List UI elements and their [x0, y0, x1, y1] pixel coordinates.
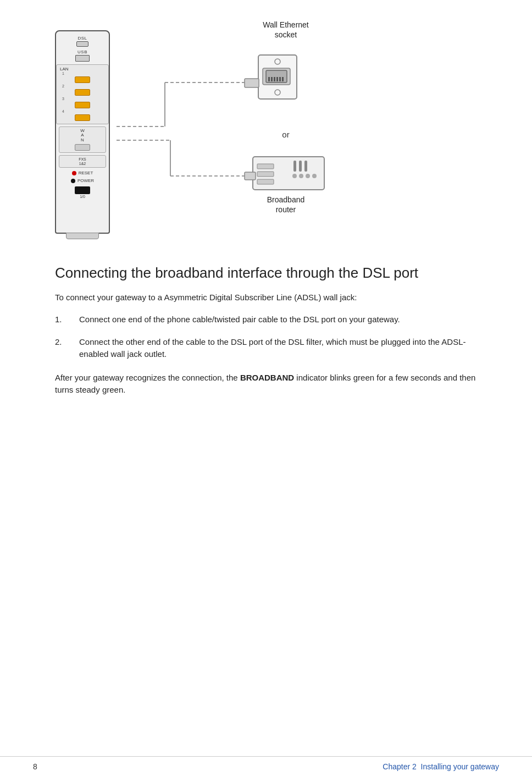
footer: 8 Chapter 2 Installing your gateway — [0, 756, 532, 771]
step-1: 1. Connect one end of the phone cable/tw… — [55, 313, 477, 326]
svg-rect-20 — [257, 179, 274, 184]
intro-text: To connect your gateway to a Asymmetric … — [55, 291, 477, 304]
or-text: or — [282, 130, 289, 139]
svg-rect-11 — [268, 77, 270, 81]
svg-rect-15 — [279, 77, 281, 81]
svg-point-26 — [306, 174, 310, 178]
svg-rect-21 — [293, 161, 296, 172]
svg-point-25 — [299, 174, 303, 178]
svg-rect-29 — [245, 172, 256, 180]
step-1-text: Connect one end of the phone cable/twist… — [79, 313, 400, 326]
connection-diagram-svg: Wall Ethernet socket or — [55, 0, 506, 253]
after-text: After your gateway recognizes the connec… — [55, 372, 477, 396]
after-text-bold: BROADBAND — [240, 373, 294, 382]
svg-rect-14 — [276, 77, 278, 81]
svg-point-24 — [292, 174, 297, 178]
svg-rect-22 — [299, 161, 302, 172]
wall-label-text: Wall Ethernet — [263, 20, 309, 29]
footer-chapter-label: Chapter 2 — [383, 762, 416, 771]
step-2-text: Connect the other end of the cable to th… — [79, 336, 477, 361]
svg-rect-16 — [282, 77, 284, 81]
step-1-num: 1. — [55, 313, 70, 326]
svg-rect-13 — [274, 77, 275, 81]
svg-rect-18 — [257, 164, 274, 169]
step-2: 2. Connect the other end of the cable to… — [55, 336, 477, 361]
svg-rect-23 — [304, 161, 307, 172]
section-title: Connecting the broadband interface throu… — [55, 264, 477, 283]
step-2-num: 2. — [55, 336, 70, 361]
svg-rect-19 — [257, 172, 274, 177]
diagram-area: DSL USB LAN 1 2 3 4 WAN FXS1&2 — [0, 0, 532, 253]
steps-list: 1. Connect one end of the phone cable/tw… — [55, 313, 477, 361]
wall-label-text2: socket — [275, 30, 297, 39]
footer-page-num: 8 — [33, 762, 37, 771]
main-content: Connecting the broadband interface throu… — [0, 253, 532, 429]
footer-chapter: Chapter 2 Installing your gateway — [383, 762, 499, 771]
footer-chapter-link: Installing your gateway — [421, 762, 499, 771]
svg-point-27 — [312, 174, 317, 178]
svg-rect-28 — [245, 79, 259, 87]
broadband-label-text2: router — [276, 205, 296, 214]
broadband-label-text: Broadband — [267, 195, 305, 204]
svg-rect-12 — [271, 77, 273, 81]
after-text-plain: After your gateway recognizes the connec… — [55, 373, 240, 382]
